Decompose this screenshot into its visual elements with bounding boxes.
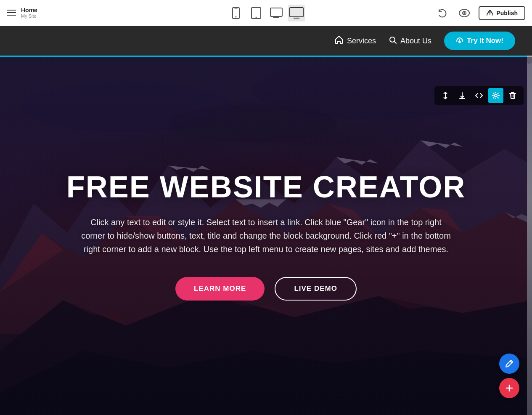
publish-label: Publish xyxy=(496,10,518,16)
settings-section-button[interactable] xyxy=(488,88,503,103)
hero-title[interactable]: FREE WEBSITE CREATOR xyxy=(66,171,466,203)
site-navbar: Services About Us Try It Now! xyxy=(0,26,532,56)
site-subtitle: My Site xyxy=(21,13,37,19)
code-section-button[interactable] xyxy=(471,88,487,103)
preview-button[interactable] xyxy=(457,5,472,21)
nav-services-label: Services xyxy=(347,37,376,45)
fab-edit-button[interactable] xyxy=(499,354,519,374)
section-toolbar xyxy=(434,86,524,105)
move-section-button[interactable] xyxy=(438,88,453,103)
hamburger-menu[interactable] xyxy=(7,10,16,16)
site-preview: Services About Us Try It Now! xyxy=(0,26,532,415)
svg-point-43 xyxy=(495,94,497,97)
small-desktop-view-button[interactable] xyxy=(268,5,285,21)
site-title: Home xyxy=(21,7,37,14)
try-now-label: Try It Now! xyxy=(467,37,503,45)
tablet-view-button[interactable] xyxy=(248,5,265,21)
svg-point-1 xyxy=(235,16,236,17)
learn-more-button[interactable]: LEARN MORE xyxy=(175,277,265,301)
fab-add-button[interactable] xyxy=(499,378,519,398)
download-section-button[interactable] xyxy=(455,88,470,103)
nav-item-about[interactable]: About Us xyxy=(389,36,431,46)
svg-point-13 xyxy=(463,12,465,14)
toolbar-right: Publish xyxy=(435,5,525,21)
delete-section-button[interactable] xyxy=(505,88,520,103)
svg-line-16 xyxy=(394,41,397,43)
svg-rect-5 xyxy=(270,8,282,16)
hero-buttons: LEARN MORE LIVE DEMO xyxy=(175,277,357,301)
undo-button[interactable] xyxy=(435,5,450,21)
hero-subtitle[interactable]: Click any text to edit or style it. Sele… xyxy=(81,215,451,256)
home-icon xyxy=(334,35,344,47)
device-switcher xyxy=(228,5,305,21)
toolbar-left: Home My Site xyxy=(7,7,37,19)
live-demo-button[interactable]: LIVE DEMO xyxy=(275,277,357,301)
search-icon xyxy=(389,36,397,46)
top-toolbar: Home My Site xyxy=(0,0,532,26)
mobile-view-button[interactable] xyxy=(228,5,244,21)
hero-section: FREE WEBSITE CREATOR Click any text to e… xyxy=(0,56,532,415)
publish-button[interactable]: Publish xyxy=(479,6,525,20)
hero-content: FREE WEBSITE CREATOR Click any text to e… xyxy=(0,57,532,415)
try-now-button[interactable]: Try It Now! xyxy=(444,32,515,50)
site-info: Home My Site xyxy=(21,7,37,19)
fab-container xyxy=(499,354,519,398)
svg-rect-8 xyxy=(290,8,303,17)
svg-point-4 xyxy=(255,16,257,18)
nav-item-services[interactable]: Services xyxy=(334,35,376,47)
nav-about-label: About Us xyxy=(400,37,431,45)
desktop-view-button[interactable] xyxy=(288,5,305,21)
